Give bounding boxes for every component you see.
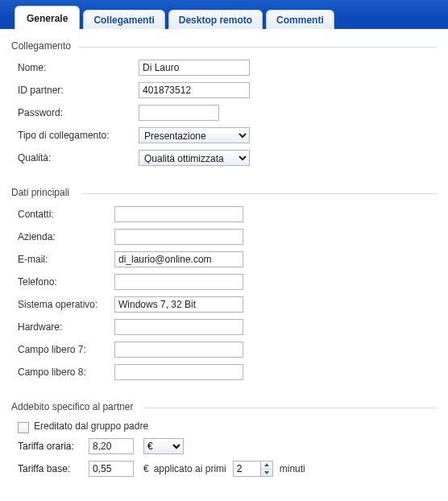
chevron-down-icon (264, 471, 269, 474)
select-tipo-collegamento[interactable]: Presentazione (139, 127, 250, 143)
tab-commenti[interactable]: Commenti (266, 10, 334, 29)
input-minuti[interactable] (233, 461, 260, 477)
tab-panel-generale: Collegamento Nome: ID partner: Password:… (0, 29, 448, 501)
label-azienda: Azienda: (18, 231, 114, 242)
input-password[interactable] (139, 105, 219, 121)
checkbox-ereditato[interactable] (18, 422, 29, 433)
legend-dati-principali: Dati principali (11, 187, 73, 198)
label-id-partner: ID partner: (18, 85, 139, 96)
label-minuti: minuti (280, 463, 305, 474)
spinner-minuti (233, 461, 273, 477)
input-campo-libero-7[interactable] (114, 342, 243, 358)
label-applicato: applicato ai primi (154, 463, 226, 474)
tab-collegamenti[interactable]: Collegamenti (83, 10, 164, 29)
label-campo-libero-7: Campo libero 7: (18, 344, 114, 355)
input-nome[interactable] (139, 60, 250, 76)
input-tariffa-oraria[interactable] (89, 438, 134, 454)
tabs: Generale Collegamenti Desktop remoto Com… (15, 5, 448, 29)
label-telefono: Telefono: (18, 276, 114, 288)
spinner-up-button[interactable] (261, 462, 272, 470)
label-nome: Nome: (18, 62, 139, 73)
label-password: Password: (18, 107, 139, 118)
properties-window: Generale Collegamenti Desktop remoto Com… (0, 0, 448, 501)
spinner-down-button[interactable] (261, 470, 272, 477)
label-hardware: Hardware: (18, 321, 114, 333)
label-ereditato: Ereditato dal gruppo padre (34, 420, 148, 432)
label-sistema-operativo: Sistema operativo: (18, 299, 114, 310)
label-contatti: Contatti: (18, 209, 114, 220)
input-hardware[interactable] (114, 319, 243, 335)
legend-addebito: Addebito specifico al partner (11, 401, 136, 412)
input-azienda[interactable] (114, 229, 243, 245)
input-sistema-operativo[interactable] (114, 296, 243, 313)
label-tariffa-base: Tariffa base: (18, 463, 89, 474)
label-email: E-mail: (18, 254, 114, 265)
input-id-partner[interactable] (139, 82, 250, 98)
input-contatti[interactable] (114, 206, 243, 222)
divider (143, 408, 437, 408)
label-tariffa-oraria: Tariffa oraria: (18, 441, 89, 452)
label-qualita: Qualità: (18, 152, 139, 164)
input-email[interactable] (114, 251, 243, 267)
select-qualita[interactable]: Qualità ottimizzata (139, 150, 250, 166)
input-telefono[interactable] (114, 274, 243, 290)
fieldset-dati-principali: Dati principali Contatti: Azienda: E-mai… (11, 187, 437, 388)
label-valuta-base: € (143, 463, 149, 474)
divider (79, 47, 437, 48)
fieldset-addebito: Addebito specifico al partner Ereditato … (11, 401, 437, 485)
tab-bar: Generale Collegamenti Desktop remoto Com… (0, 0, 448, 29)
select-valuta-oraria[interactable]: € (143, 438, 184, 454)
label-campo-libero-8: Campo libero 8: (18, 366, 114, 378)
input-campo-libero-8[interactable] (114, 364, 243, 380)
label-tipo-collegamento: Tipo di collegamento: (18, 130, 139, 141)
spinner-buttons (260, 461, 273, 477)
tab-generale[interactable]: Generale (15, 6, 80, 30)
legend-collegamento: Collegamento (11, 40, 74, 52)
divider (82, 193, 437, 194)
chevron-up-icon (264, 463, 269, 466)
tab-desktop-remoto[interactable]: Desktop remoto (168, 10, 263, 29)
input-tariffa-base[interactable] (89, 461, 134, 477)
fieldset-collegamento: Collegamento Nome: ID partner: Password:… (11, 40, 437, 174)
